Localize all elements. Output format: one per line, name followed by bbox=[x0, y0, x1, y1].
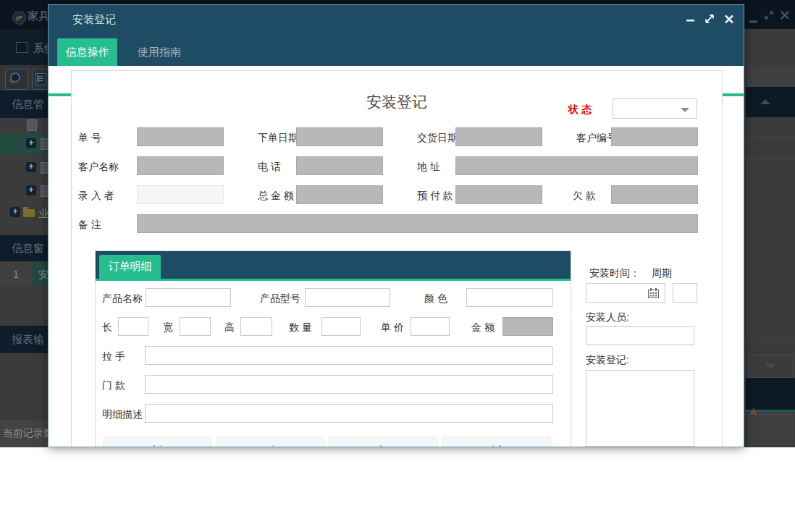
installer-label: 安装人员: bbox=[586, 311, 629, 324]
amount-label: 金 额 bbox=[471, 321, 495, 334]
install-register-textarea[interactable] bbox=[586, 370, 694, 447]
length-label: 长 bbox=[102, 321, 112, 334]
pagination-last-button[interactable] bbox=[442, 436, 551, 447]
install-date-input[interactable] bbox=[586, 283, 665, 303]
quantity-label: 数 量 bbox=[289, 321, 312, 334]
prepaid-label: 预 付 款 bbox=[417, 190, 453, 203]
background-right-panel bbox=[746, 29, 795, 447]
tab-user-guide[interactable]: 使用指南 bbox=[127, 38, 192, 66]
right-panel-row bbox=[747, 67, 795, 88]
close-button[interactable] bbox=[725, 14, 733, 24]
cycle-label: 周期 bbox=[652, 267, 672, 280]
chevron-down-icon bbox=[765, 364, 775, 369]
right-panel-dropdown bbox=[749, 355, 794, 378]
unit-price-input[interactable] bbox=[411, 317, 450, 336]
product-model-label: 产品型号 bbox=[260, 292, 300, 305]
address-input[interactable] bbox=[455, 156, 698, 175]
expand-plus-icon: + bbox=[26, 138, 36, 148]
status-select[interactable] bbox=[613, 98, 697, 119]
minimize-button[interactable] bbox=[686, 14, 694, 24]
delivery-date-input[interactable] bbox=[455, 127, 542, 146]
chevron-down-icon bbox=[681, 108, 689, 112]
background-restore-icon bbox=[765, 9, 773, 22]
right-panel-row bbox=[746, 117, 795, 138]
app-logo-icon: yF bbox=[12, 11, 26, 25]
quantity-input[interactable] bbox=[321, 317, 361, 336]
delivery-date-label: 交货日期 bbox=[417, 132, 458, 145]
checkbox-icon bbox=[16, 42, 28, 53]
app-title: 家具 bbox=[28, 9, 49, 23]
product-model-input[interactable] bbox=[305, 288, 390, 307]
description-input[interactable] bbox=[145, 404, 553, 423]
phone-input[interactable] bbox=[296, 156, 383, 175]
color-label: 颜 色 bbox=[424, 292, 447, 305]
customer-no-input[interactable] bbox=[611, 127, 698, 146]
recorder-input[interactable] bbox=[137, 185, 224, 204]
dialog-title: 安装登记 bbox=[72, 13, 116, 27]
recorder-label: 录 入 者 bbox=[78, 190, 114, 203]
first-page-icon bbox=[153, 445, 163, 447]
tab-info-operation[interactable]: 信息操作 bbox=[57, 38, 117, 66]
arrears-label: 欠 款 bbox=[573, 190, 596, 203]
install-register-dialog: 安装登记 信息操作 使用指南 安装登记 状 态 bbox=[48, 4, 744, 447]
dialog-tabbar: 信息操作 使用指南 bbox=[49, 35, 744, 66]
width-input[interactable] bbox=[180, 317, 211, 336]
order-date-input[interactable] bbox=[296, 127, 383, 146]
customer-name-input[interactable] bbox=[137, 156, 224, 175]
list-icon bbox=[35, 73, 46, 85]
tab-order-detail[interactable]: 订单明细 bbox=[99, 255, 161, 279]
address-label: 地 址 bbox=[417, 161, 440, 174]
next-page-icon bbox=[379, 445, 387, 447]
maximize-button[interactable] bbox=[704, 14, 715, 24]
description-label: 明细描述 bbox=[102, 408, 143, 421]
pagination-next-button[interactable] bbox=[329, 436, 438, 447]
arrears-input[interactable] bbox=[611, 185, 698, 204]
remark-label: 备 注 bbox=[78, 219, 101, 232]
expand-plus-icon: + bbox=[26, 162, 36, 172]
height-input[interactable] bbox=[240, 317, 272, 336]
right-panel-box bbox=[749, 414, 794, 444]
folder-icon bbox=[23, 209, 35, 217]
product-name-label: 产品名称 bbox=[102, 292, 143, 305]
prev-page-icon bbox=[266, 445, 274, 447]
expand-plus-icon: + bbox=[10, 207, 20, 217]
amount-input[interactable] bbox=[502, 317, 553, 336]
expand-plus-icon: + bbox=[26, 185, 36, 195]
order-no-input[interactable] bbox=[137, 127, 224, 146]
pagination-prev-button[interactable] bbox=[216, 436, 325, 447]
dialog-titlebar[interactable]: 安装登记 bbox=[49, 5, 744, 35]
screen: yF 家具 系统 bbox=[0, 0, 795, 532]
length-input[interactable] bbox=[118, 317, 148, 336]
right-panel-row bbox=[746, 138, 795, 159]
order-detail-header: 订单明细 bbox=[96, 251, 571, 279]
background-close-icon bbox=[781, 9, 789, 22]
height-label: 高 bbox=[224, 321, 235, 334]
door-style-input[interactable] bbox=[145, 375, 553, 394]
pagination-first-button[interactable] bbox=[103, 436, 212, 447]
handle-input[interactable] bbox=[145, 346, 553, 365]
phone-label: 电 话 bbox=[258, 161, 281, 174]
unit-price-label: 单 价 bbox=[381, 321, 404, 334]
handle-label: 拉 手 bbox=[102, 350, 125, 363]
width-label: 宽 bbox=[163, 321, 173, 334]
install-register-label: 安装登记: bbox=[586, 354, 629, 367]
calendar-icon[interactable] bbox=[648, 288, 659, 301]
customer-name-label: 客户名称 bbox=[78, 161, 119, 174]
remark-input[interactable] bbox=[137, 214, 698, 233]
right-panel-header bbox=[746, 87, 795, 117]
chevron-up-icon bbox=[760, 99, 770, 104]
status-label: 状 态 bbox=[568, 104, 592, 117]
total-amount-label: 总 金 额 bbox=[258, 190, 294, 203]
order-date-label: 下单日期 bbox=[258, 132, 298, 145]
installer-input[interactable] bbox=[586, 326, 694, 345]
info-row-number: 1 bbox=[13, 269, 19, 280]
cycle-input[interactable] bbox=[673, 283, 697, 303]
prepaid-input[interactable] bbox=[455, 185, 542, 204]
background-minimize-icon bbox=[749, 13, 757, 26]
order-no-label: 单 号 bbox=[78, 132, 101, 145]
color-input[interactable] bbox=[466, 288, 553, 307]
product-name-input[interactable] bbox=[146, 288, 231, 307]
total-amount-input[interactable] bbox=[296, 185, 383, 204]
search-tool-button bbox=[5, 69, 28, 90]
right-panel-body bbox=[747, 158, 795, 339]
